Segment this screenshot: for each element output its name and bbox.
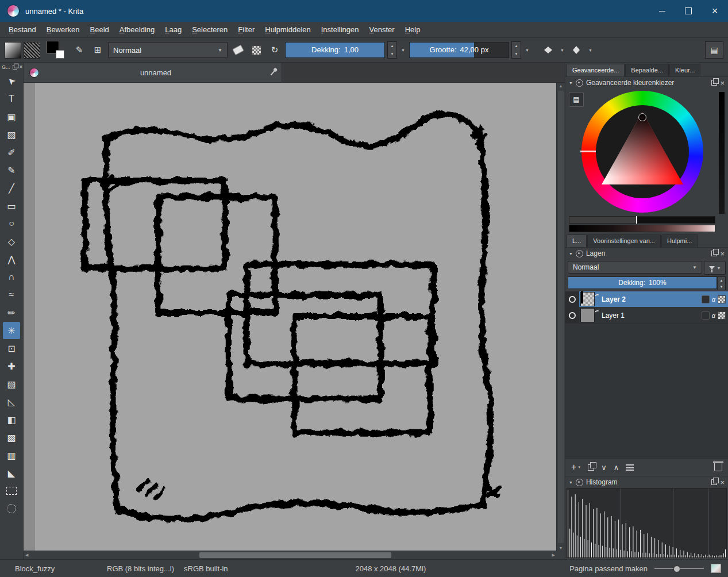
tool-polygon[interactable]: ◇ [3, 233, 20, 250]
layer-thumbnail[interactable] [580, 292, 595, 306]
layer-name[interactable]: Layer 1 [599, 311, 702, 320]
menu-help[interactable]: Help [400, 24, 426, 36]
tool-edit-shapes[interactable]: ▣ [3, 108, 20, 125]
docker-menu-icon[interactable] [576, 479, 583, 486]
menu-bewerken[interactable]: Bewerken [41, 24, 85, 36]
layer-name[interactable]: Layer 2 [599, 295, 702, 303]
close-docker-icon[interactable]: × [20, 64, 23, 70]
scroll-left-icon[interactable]: ◀ [25, 551, 28, 559]
tool-freehand-path[interactable]: ≈ [3, 286, 20, 303]
menu-instellingen[interactable]: Instellingen [316, 24, 364, 36]
delete-layer-button[interactable] [714, 463, 722, 471]
docker-tab-hulpmi[interactable]: Hulpmi... [661, 234, 698, 247]
docker-tab-voorinstellingenvan[interactable]: Voorinstellingen van... [587, 234, 661, 247]
menu-hulpmiddelen[interactable]: Hulpmiddelen [260, 24, 316, 36]
layer-row[interactable]: Layer 1α [565, 307, 728, 324]
zoom-slider-handle[interactable] [673, 566, 680, 572]
hue-ring[interactable] [581, 91, 703, 213]
close-button[interactable]: × [702, 0, 728, 22]
tool-color-sampler[interactable]: ✐ [3, 144, 20, 161]
docker-menu-icon[interactable] [576, 250, 583, 257]
layer-properties-button[interactable] [626, 464, 634, 471]
tool-move[interactable]: ✚ [3, 357, 20, 375]
tool-line[interactable]: ╱ [3, 179, 20, 197]
mirror-horizontal-button[interactable] [540, 42, 556, 58]
lightness-gradient-strip[interactable] [569, 225, 715, 232]
canvas-image[interactable] [35, 83, 557, 551]
layer-lock-icon[interactable] [702, 311, 710, 320]
menu-afbeelding[interactable]: Afbeelding [114, 24, 160, 36]
tool-gradient[interactable]: ▥ [3, 447, 20, 464]
tool-smart-patch[interactable]: ▩ [3, 429, 20, 446]
color-mode-label[interactable]: RGB (8 bits integ...l) [107, 564, 184, 573]
gradient-chooser-button[interactable] [5, 42, 21, 59]
alpha-lock-icon[interactable]: α [712, 296, 715, 303]
tool-rectangle[interactable]: ▭ [3, 197, 20, 214]
collapse-arrow-icon[interactable]: ▼ [569, 480, 573, 484]
layer-thumbnail[interactable] [580, 308, 595, 322]
menu-venster[interactable]: Venster [364, 24, 400, 36]
menu-selecteren[interactable]: Selecteren [187, 24, 233, 36]
tool-transform[interactable]: ▧ [3, 375, 20, 393]
zoom-mode-label[interactable]: Pagina passend maken [569, 564, 648, 573]
add-layer-button[interactable]: + ▼ [571, 463, 581, 472]
layer-opacity-spinner[interactable]: ▲ ▼ [717, 276, 726, 290]
layer-lock-icon[interactable] [702, 295, 710, 303]
brush-presets-button[interactable]: ⊞ [90, 42, 106, 58]
float-docker-icon[interactable] [13, 65, 17, 70]
close-docker-icon[interactable]: × [720, 479, 725, 486]
value-strip[interactable] [569, 216, 715, 224]
tool-ellipse[interactable]: ○ [3, 215, 20, 232]
menu-filter[interactable]: Filter [233, 24, 260, 36]
docker-tab-kleur[interactable]: Kleur... [669, 64, 700, 76]
layer-row[interactable]: Layer 2α [565, 291, 728, 307]
inherit-alpha-icon[interactable] [718, 295, 726, 303]
docker-tab-l[interactable]: L... [567, 234, 587, 247]
tool-polyline[interactable]: ⋀ [3, 251, 20, 268]
mirror-vertical-button[interactable] [568, 42, 584, 58]
vertical-scroll-thumb[interactable] [558, 91, 564, 543]
brush-size-spinner[interactable]: ▲ ▼ [511, 41, 521, 59]
layer-opacity-slider[interactable]: Dekking: 100% [568, 276, 717, 289]
mirror-vertical-dropdown[interactable]: ▼ [587, 42, 594, 58]
layer-blending-mode-combo[interactable]: Normaal ▼ [568, 261, 702, 274]
tool-select-shapes[interactable]: ➤ [3, 72, 20, 90]
brush-size-slider[interactable]: Grootte: 42,00 px [409, 42, 509, 58]
tool-multibrush[interactable]: ✳ [3, 322, 20, 339]
tool-fill[interactable]: ◧ [3, 411, 20, 428]
layer-visibility-toggle[interactable] [565, 307, 579, 323]
float-docker-icon[interactable] [711, 80, 717, 86]
tool-text[interactable]: T [3, 90, 20, 107]
brush-size-dropdown-button[interactable]: ▼ [523, 42, 531, 58]
close-docker-icon[interactable]: × [720, 79, 725, 87]
float-docker-icon[interactable] [711, 251, 717, 256]
move-layer-up-button[interactable]: ∧ [614, 463, 619, 472]
opacity-slider[interactable]: Dekking: 1,00 [285, 42, 385, 58]
opacity-spinner[interactable]: ▲ ▼ [387, 41, 397, 59]
sv-triangle[interactable] [596, 105, 689, 198]
mirror-horizontal-dropdown[interactable]: ▼ [558, 42, 566, 58]
scroll-up-icon[interactable]: ▲ [557, 84, 565, 88]
horizontal-scrollbar[interactable]: ◀ ▶ [24, 551, 557, 559]
horizontal-scroll-thumb[interactable] [199, 552, 391, 558]
menu-beeld[interactable]: Beeld [85, 24, 114, 36]
tool-measure[interactable]: ◺ [3, 393, 20, 410]
scroll-right-icon[interactable]: ▶ [552, 551, 555, 559]
float-docker-icon[interactable] [711, 479, 717, 485]
collapse-arrow-icon[interactable]: ▼ [569, 81, 573, 85]
collapse-arrow-icon[interactable]: ▼ [569, 252, 573, 256]
docker-menu-icon[interactable] [576, 79, 583, 87]
tool-dynamic-brush[interactable]: ✏ [3, 304, 20, 321]
alpha-lock-icon[interactable]: α [712, 312, 715, 319]
canvas-viewport[interactable]: ▲ ▼ ◀ ▶ [24, 83, 565, 559]
tool-elliptical-selection[interactable] [3, 500, 20, 517]
close-docker-icon[interactable]: × [720, 250, 725, 257]
canvas-preview-icon[interactable] [711, 564, 721, 573]
background-color-swatch[interactable] [56, 50, 64, 59]
document-tab[interactable]: unnamed [24, 63, 282, 82]
shade-strip[interactable] [719, 92, 725, 214]
layer-visibility-toggle[interactable] [565, 291, 579, 307]
tool-bezier-curve[interactable]: ∩ [3, 268, 20, 286]
tool-freehand-brush[interactable]: ✎ [3, 161, 20, 179]
docker-tab-bepaalde[interactable]: Bepaalde... [625, 64, 669, 76]
